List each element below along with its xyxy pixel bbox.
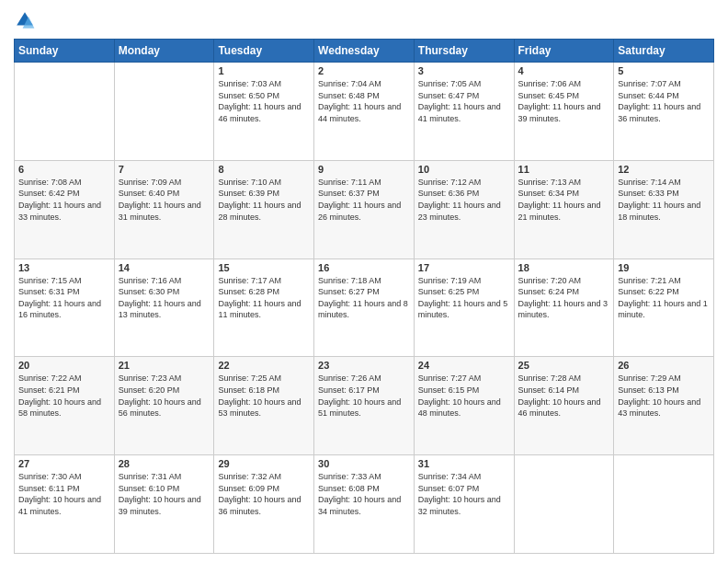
day-header-friday: Friday — [514, 40, 614, 63]
day-number: 15 — [218, 262, 310, 273]
day-info: Sunrise: 7:06 AMSunset: 6:45 PMDaylight:… — [518, 79, 601, 123]
calendar-cell: 19 Sunrise: 7:21 AMSunset: 6:22 PMDaylig… — [614, 259, 714, 357]
calendar-cell: 24 Sunrise: 7:27 AMSunset: 6:15 PMDaylig… — [414, 357, 514, 455]
day-number: 21 — [119, 360, 210, 371]
calendar-cell — [514, 455, 614, 554]
calendar-cell: 2 Sunrise: 7:04 AMSunset: 6:48 PMDayligh… — [314, 63, 415, 161]
day-info: Sunrise: 7:04 AMSunset: 6:48 PMDaylight:… — [318, 79, 401, 123]
day-number: 9 — [318, 164, 410, 175]
day-info: Sunrise: 7:25 AMSunset: 6:18 PMDaylight:… — [218, 373, 301, 418]
day-header-tuesday: Tuesday — [214, 40, 314, 63]
day-info: Sunrise: 7:30 AMSunset: 6:11 PMDaylight:… — [18, 472, 101, 516]
calendar-cell: 30 Sunrise: 7:33 AMSunset: 6:08 PMDaylig… — [314, 455, 415, 554]
day-number: 28 — [119, 458, 210, 469]
calendar-cell: 10 Sunrise: 7:12 AMSunset: 6:36 PMDaylig… — [414, 160, 514, 259]
day-info: Sunrise: 7:28 AMSunset: 6:14 PMDaylight:… — [518, 373, 601, 418]
day-number: 23 — [318, 360, 410, 371]
calendar-cell: 28 Sunrise: 7:31 AMSunset: 6:10 PMDaylig… — [114, 455, 214, 554]
calendar-cell — [114, 63, 214, 161]
day-info: Sunrise: 7:26 AMSunset: 6:17 PMDaylight:… — [318, 373, 401, 418]
calendar-cell: 3 Sunrise: 7:05 AMSunset: 6:47 PMDayligh… — [414, 63, 514, 161]
calendar-cell: 11 Sunrise: 7:13 AMSunset: 6:34 PMDaylig… — [514, 160, 614, 259]
day-number: 4 — [518, 65, 610, 76]
day-number: 17 — [418, 262, 510, 273]
day-info: Sunrise: 7:17 AMSunset: 6:28 PMDaylight:… — [218, 276, 301, 320]
day-info: Sunrise: 7:03 AMSunset: 6:50 PMDaylight:… — [218, 79, 301, 123]
day-number: 10 — [418, 164, 510, 175]
calendar-cell: 7 Sunrise: 7:09 AMSunset: 6:40 PMDayligh… — [114, 160, 214, 259]
calendar-week-5: 27 Sunrise: 7:30 AMSunset: 6:11 PMDaylig… — [15, 455, 714, 554]
day-info: Sunrise: 7:10 AMSunset: 6:39 PMDaylight:… — [218, 178, 301, 222]
day-header-sunday: Sunday — [15, 40, 115, 63]
calendar-cell: 6 Sunrise: 7:08 AMSunset: 6:42 PMDayligh… — [15, 160, 115, 259]
day-number: 8 — [218, 164, 310, 175]
calendar-header-row: SundayMondayTuesdayWednesdayThursdayFrid… — [15, 40, 714, 63]
calendar-week-4: 20 Sunrise: 7:22 AMSunset: 6:21 PMDaylig… — [15, 357, 714, 455]
day-number: 18 — [518, 262, 610, 273]
day-info: Sunrise: 7:09 AMSunset: 6:40 PMDaylight:… — [119, 178, 201, 222]
day-info: Sunrise: 7:23 AMSunset: 6:20 PMDaylight:… — [119, 373, 201, 418]
calendar-cell: 29 Sunrise: 7:32 AMSunset: 6:09 PMDaylig… — [214, 455, 314, 554]
calendar-cell: 15 Sunrise: 7:17 AMSunset: 6:28 PMDaylig… — [214, 259, 314, 357]
day-info: Sunrise: 7:11 AMSunset: 6:37 PMDaylight:… — [318, 178, 401, 222]
calendar-cell: 20 Sunrise: 7:22 AMSunset: 6:21 PMDaylig… — [15, 357, 115, 455]
calendar-week-3: 13 Sunrise: 7:15 AMSunset: 6:31 PMDaylig… — [15, 259, 714, 357]
day-number: 20 — [18, 360, 110, 371]
calendar-cell: 1 Sunrise: 7:03 AMSunset: 6:50 PMDayligh… — [214, 63, 314, 161]
day-info: Sunrise: 7:08 AMSunset: 6:42 PMDaylight:… — [18, 178, 101, 222]
calendar-cell: 8 Sunrise: 7:10 AMSunset: 6:39 PMDayligh… — [214, 160, 314, 259]
day-info: Sunrise: 7:29 AMSunset: 6:13 PMDaylight:… — [618, 373, 700, 418]
day-number: 1 — [218, 65, 310, 76]
calendar-cell: 5 Sunrise: 7:07 AMSunset: 6:44 PMDayligh… — [614, 63, 714, 161]
day-info: Sunrise: 7:19 AMSunset: 6:25 PMDaylight:… — [418, 276, 508, 320]
day-info: Sunrise: 7:18 AMSunset: 6:27 PMDaylight:… — [318, 276, 408, 320]
calendar-table: SundayMondayTuesdayWednesdayThursdayFrid… — [14, 39, 714, 554]
calendar-cell: 9 Sunrise: 7:11 AMSunset: 6:37 PMDayligh… — [314, 160, 415, 259]
day-info: Sunrise: 7:20 AMSunset: 6:24 PMDaylight:… — [518, 276, 609, 320]
day-info: Sunrise: 7:12 AMSunset: 6:36 PMDaylight:… — [418, 178, 501, 222]
day-number: 12 — [618, 164, 710, 175]
day-number: 6 — [18, 164, 110, 175]
calendar-cell: 26 Sunrise: 7:29 AMSunset: 6:13 PMDaylig… — [614, 357, 714, 455]
day-number: 31 — [418, 458, 510, 469]
header — [14, 9, 714, 31]
logo — [14, 9, 40, 31]
calendar-cell: 25 Sunrise: 7:28 AMSunset: 6:14 PMDaylig… — [514, 357, 614, 455]
calendar-cell: 17 Sunrise: 7:19 AMSunset: 6:25 PMDaylig… — [414, 259, 514, 357]
calendar-week-2: 6 Sunrise: 7:08 AMSunset: 6:42 PMDayligh… — [15, 160, 714, 259]
calendar-cell: 23 Sunrise: 7:26 AMSunset: 6:17 PMDaylig… — [314, 357, 415, 455]
day-number: 11 — [518, 164, 610, 175]
day-info: Sunrise: 7:32 AMSunset: 6:09 PMDaylight:… — [218, 472, 301, 516]
day-number: 26 — [618, 360, 710, 371]
calendar-cell: 12 Sunrise: 7:14 AMSunset: 6:33 PMDaylig… — [614, 160, 714, 259]
day-number: 24 — [418, 360, 510, 371]
day-header-monday: Monday — [114, 40, 214, 63]
calendar-cell: 31 Sunrise: 7:34 AMSunset: 6:07 PMDaylig… — [414, 455, 514, 554]
calendar-cell: 16 Sunrise: 7:18 AMSunset: 6:27 PMDaylig… — [314, 259, 415, 357]
calendar-cell: 4 Sunrise: 7:06 AMSunset: 6:45 PMDayligh… — [514, 63, 614, 161]
day-info: Sunrise: 7:15 AMSunset: 6:31 PMDaylight:… — [18, 276, 101, 320]
day-header-wednesday: Wednesday — [314, 40, 415, 63]
day-number: 25 — [518, 360, 610, 371]
day-info: Sunrise: 7:33 AMSunset: 6:08 PMDaylight:… — [318, 472, 401, 516]
day-number: 19 — [618, 262, 710, 273]
calendar-cell: 21 Sunrise: 7:23 AMSunset: 6:20 PMDaylig… — [114, 357, 214, 455]
day-info: Sunrise: 7:27 AMSunset: 6:15 PMDaylight:… — [418, 373, 501, 418]
page: SundayMondayTuesdayWednesdayThursdayFrid… — [0, 0, 728, 563]
calendar-cell: 13 Sunrise: 7:15 AMSunset: 6:31 PMDaylig… — [15, 259, 115, 357]
calendar-cell: 14 Sunrise: 7:16 AMSunset: 6:30 PMDaylig… — [114, 259, 214, 357]
calendar-cell — [614, 455, 714, 554]
day-info: Sunrise: 7:22 AMSunset: 6:21 PMDaylight:… — [18, 373, 101, 418]
day-info: Sunrise: 7:21 AMSunset: 6:22 PMDaylight:… — [618, 276, 708, 320]
day-header-saturday: Saturday — [614, 40, 714, 63]
day-info: Sunrise: 7:31 AMSunset: 6:10 PMDaylight:… — [119, 472, 201, 516]
day-number: 5 — [618, 65, 710, 76]
day-info: Sunrise: 7:14 AMSunset: 6:33 PMDaylight:… — [618, 178, 700, 222]
day-info: Sunrise: 7:07 AMSunset: 6:44 PMDaylight:… — [618, 79, 700, 123]
calendar-cell: 27 Sunrise: 7:30 AMSunset: 6:11 PMDaylig… — [15, 455, 115, 554]
day-number: 16 — [318, 262, 410, 273]
day-info: Sunrise: 7:13 AMSunset: 6:34 PMDaylight:… — [518, 178, 601, 222]
logo-icon — [14, 9, 36, 31]
day-info: Sunrise: 7:05 AMSunset: 6:47 PMDaylight:… — [418, 79, 501, 123]
day-number: 29 — [218, 458, 310, 469]
